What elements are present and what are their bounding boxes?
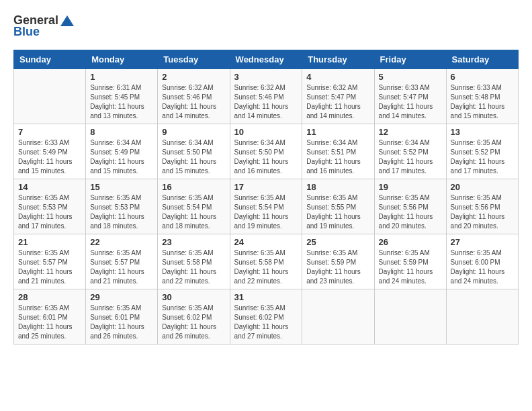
- day-cell: 13Sunrise: 6:35 AMSunset: 5:52 PMDayligh…: [446, 124, 518, 179]
- day-number: 19: [379, 182, 442, 192]
- day-number: 11: [306, 127, 369, 137]
- day-cell: 9Sunrise: 6:34 AMSunset: 5:50 PMDaylight…: [158, 124, 230, 179]
- day-number: 27: [451, 237, 514, 247]
- weekday-header-tuesday: Tuesday: [158, 50, 230, 69]
- day-number: 10: [234, 127, 298, 137]
- day-info: Sunrise: 6:33 AMSunset: 5:47 PMDaylight:…: [379, 83, 442, 121]
- day-number: 20: [451, 182, 514, 192]
- day-number: 9: [162, 127, 225, 137]
- logo-blue: Blue: [13, 25, 40, 39]
- day-cell: 2Sunrise: 6:32 AMSunset: 5:46 PMDaylight…: [158, 69, 230, 124]
- day-cell: 18Sunrise: 6:35 AMSunset: 5:55 PMDayligh…: [302, 179, 374, 234]
- logo: General Blue: [13, 13, 75, 39]
- day-cell: 30Sunrise: 6:35 AMSunset: 6:02 PMDayligh…: [158, 289, 230, 345]
- day-info: Sunrise: 6:35 AMSunset: 5:54 PMDaylight:…: [162, 193, 225, 231]
- day-cell: [302, 289, 374, 345]
- day-info: Sunrise: 6:34 AMSunset: 5:49 PMDaylight:…: [90, 138, 153, 176]
- day-number: 16: [162, 182, 225, 192]
- day-number: 12: [379, 127, 442, 137]
- day-cell: 24Sunrise: 6:35 AMSunset: 5:58 PMDayligh…: [230, 234, 302, 289]
- day-cell: 22Sunrise: 6:35 AMSunset: 5:57 PMDayligh…: [86, 234, 158, 289]
- day-number: 14: [18, 182, 81, 192]
- day-number: 1: [90, 72, 153, 82]
- week-row-2: 7Sunrise: 6:33 AMSunset: 5:49 PMDaylight…: [14, 124, 519, 179]
- day-number: 6: [451, 72, 514, 82]
- day-info: Sunrise: 6:35 AMSunset: 5:58 PMDaylight:…: [234, 248, 298, 286]
- day-info: Sunrise: 6:35 AMSunset: 5:54 PMDaylight:…: [234, 193, 298, 231]
- day-cell: 4Sunrise: 6:32 AMSunset: 5:47 PMDaylight…: [302, 69, 374, 124]
- day-info: Sunrise: 6:34 AMSunset: 5:51 PMDaylight:…: [306, 138, 369, 176]
- weekday-header-wednesday: Wednesday: [230, 50, 302, 69]
- day-number: 2: [162, 72, 225, 82]
- week-row-1: 1Sunrise: 6:31 AMSunset: 5:45 PMDaylight…: [14, 69, 519, 124]
- header: General Blue: [13, 13, 519, 39]
- day-number: 15: [90, 182, 153, 192]
- day-cell: 14Sunrise: 6:35 AMSunset: 5:53 PMDayligh…: [14, 179, 86, 234]
- day-number: 24: [234, 237, 298, 247]
- day-number: 8: [90, 127, 153, 137]
- day-number: 26: [379, 237, 442, 247]
- weekday-header-friday: Friday: [374, 50, 446, 69]
- day-number: 21: [18, 237, 81, 247]
- day-info: Sunrise: 6:35 AMSunset: 5:55 PMDaylight:…: [306, 193, 369, 231]
- weekday-header-thursday: Thursday: [302, 50, 374, 69]
- day-info: Sunrise: 6:35 AMSunset: 5:59 PMDaylight:…: [306, 248, 369, 286]
- day-cell: 25Sunrise: 6:35 AMSunset: 5:59 PMDayligh…: [302, 234, 374, 289]
- weekday-header-row: SundayMondayTuesdayWednesdayThursdayFrid…: [14, 50, 519, 69]
- day-cell: [374, 289, 446, 345]
- day-info: Sunrise: 6:32 AMSunset: 5:47 PMDaylight:…: [306, 83, 369, 121]
- day-info: Sunrise: 6:35 AMSunset: 5:53 PMDaylight:…: [18, 193, 81, 231]
- day-cell: [14, 69, 86, 124]
- day-number: 13: [451, 127, 514, 137]
- day-number: 29: [90, 292, 153, 302]
- day-cell: 27Sunrise: 6:35 AMSunset: 6:00 PMDayligh…: [446, 234, 518, 289]
- day-cell: 6Sunrise: 6:33 AMSunset: 5:48 PMDaylight…: [446, 69, 518, 124]
- day-cell: 11Sunrise: 6:34 AMSunset: 5:51 PMDayligh…: [302, 124, 374, 179]
- day-cell: 28Sunrise: 6:35 AMSunset: 6:01 PMDayligh…: [14, 289, 86, 345]
- day-info: Sunrise: 6:35 AMSunset: 6:01 PMDaylight:…: [90, 304, 153, 341]
- day-cell: 12Sunrise: 6:34 AMSunset: 5:52 PMDayligh…: [374, 124, 446, 179]
- day-cell: [446, 289, 518, 345]
- day-cell: 23Sunrise: 6:35 AMSunset: 5:58 PMDayligh…: [158, 234, 230, 289]
- logo-icon: [60, 15, 75, 27]
- day-number: 30: [162, 292, 225, 302]
- day-info: Sunrise: 6:35 AMSunset: 6:02 PMDaylight:…: [162, 304, 225, 341]
- day-info: Sunrise: 6:32 AMSunset: 5:46 PMDaylight:…: [162, 83, 225, 121]
- day-info: Sunrise: 6:35 AMSunset: 6:00 PMDaylight:…: [451, 248, 514, 286]
- day-number: 22: [90, 237, 153, 247]
- calendar-table: SundayMondayTuesdayWednesdayThursdayFrid…: [13, 50, 519, 345]
- day-cell: 15Sunrise: 6:35 AMSunset: 5:53 PMDayligh…: [86, 179, 158, 234]
- day-cell: 29Sunrise: 6:35 AMSunset: 6:01 PMDayligh…: [86, 289, 158, 345]
- day-cell: 10Sunrise: 6:34 AMSunset: 5:50 PMDayligh…: [230, 124, 302, 179]
- day-cell: 26Sunrise: 6:35 AMSunset: 5:59 PMDayligh…: [374, 234, 446, 289]
- svg-marker-0: [60, 15, 74, 26]
- day-info: Sunrise: 6:31 AMSunset: 5:45 PMDaylight:…: [90, 83, 153, 121]
- day-cell: 20Sunrise: 6:35 AMSunset: 5:56 PMDayligh…: [446, 179, 518, 234]
- day-number: 5: [379, 72, 442, 82]
- day-number: 18: [306, 182, 369, 192]
- day-number: 7: [18, 127, 81, 137]
- day-number: 31: [234, 292, 298, 302]
- day-cell: 16Sunrise: 6:35 AMSunset: 5:54 PMDayligh…: [158, 179, 230, 234]
- day-number: 28: [18, 292, 81, 302]
- day-info: Sunrise: 6:33 AMSunset: 5:49 PMDaylight:…: [18, 138, 81, 176]
- day-cell: 17Sunrise: 6:35 AMSunset: 5:54 PMDayligh…: [230, 179, 302, 234]
- day-info: Sunrise: 6:35 AMSunset: 5:56 PMDaylight:…: [379, 193, 442, 231]
- day-info: Sunrise: 6:35 AMSunset: 5:59 PMDaylight:…: [379, 248, 442, 286]
- day-cell: 19Sunrise: 6:35 AMSunset: 5:56 PMDayligh…: [374, 179, 446, 234]
- day-info: Sunrise: 6:35 AMSunset: 5:58 PMDaylight:…: [162, 248, 225, 286]
- day-cell: 21Sunrise: 6:35 AMSunset: 5:57 PMDayligh…: [14, 234, 86, 289]
- day-info: Sunrise: 6:35 AMSunset: 5:56 PMDaylight:…: [451, 193, 514, 231]
- day-info: Sunrise: 6:33 AMSunset: 5:48 PMDaylight:…: [451, 83, 514, 121]
- day-info: Sunrise: 6:34 AMSunset: 5:52 PMDaylight:…: [379, 138, 442, 176]
- day-cell: 7Sunrise: 6:33 AMSunset: 5:49 PMDaylight…: [14, 124, 86, 179]
- day-info: Sunrise: 6:32 AMSunset: 5:46 PMDaylight:…: [234, 83, 298, 121]
- day-info: Sunrise: 6:34 AMSunset: 5:50 PMDaylight:…: [162, 138, 225, 176]
- day-number: 23: [162, 237, 225, 247]
- week-row-3: 14Sunrise: 6:35 AMSunset: 5:53 PMDayligh…: [14, 179, 519, 234]
- day-cell: 31Sunrise: 6:35 AMSunset: 6:02 PMDayligh…: [230, 289, 302, 345]
- day-info: Sunrise: 6:35 AMSunset: 5:53 PMDaylight:…: [90, 193, 153, 231]
- day-info: Sunrise: 6:35 AMSunset: 5:52 PMDaylight:…: [451, 138, 514, 176]
- day-cell: 3Sunrise: 6:32 AMSunset: 5:46 PMDaylight…: [230, 69, 302, 124]
- week-row-5: 28Sunrise: 6:35 AMSunset: 6:01 PMDayligh…: [14, 289, 519, 345]
